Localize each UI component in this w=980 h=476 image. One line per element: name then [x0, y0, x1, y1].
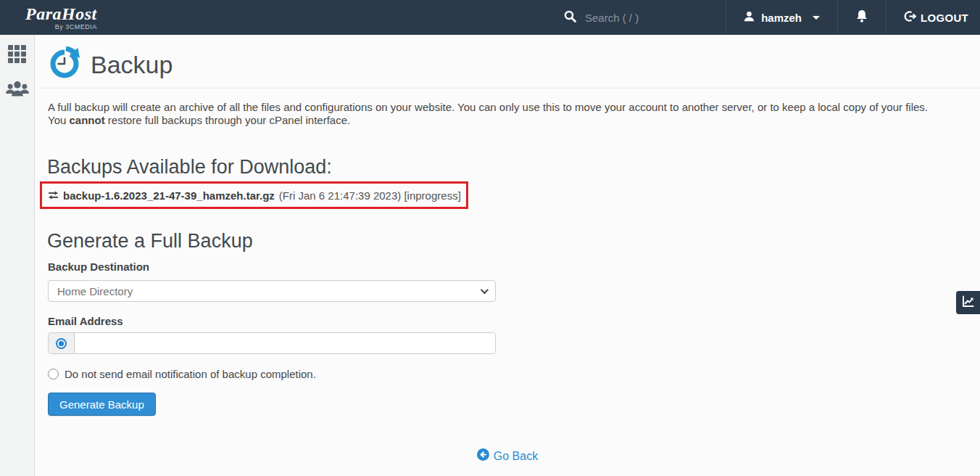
generate-backup-button[interactable]: Generate Backup	[48, 393, 156, 416]
notifications-button[interactable]	[837, 0, 886, 35]
apps-grid-icon[interactable]	[8, 45, 26, 63]
email-address-label: Email Address	[48, 315, 123, 327]
search-icon	[564, 10, 576, 25]
logout-label: LOGOUT	[921, 12, 968, 24]
description-part2: restore full backups through your cPanel…	[108, 114, 350, 126]
main-content: Backup A full backup will create an arch…	[35, 35, 980, 476]
chevron-down-icon	[813, 16, 820, 20]
email-field[interactable]	[75, 333, 495, 353]
username-label: hamzeh	[761, 12, 802, 24]
users-group-icon[interactable]	[5, 79, 30, 102]
backup-destination-value: Home Directory	[57, 285, 133, 298]
backup-download-row[interactable]: backup-1.6.2023_21-47-39_hamzeh.tar.gz (…	[40, 181, 468, 209]
user-menu[interactable]: hamzeh	[726, 0, 837, 35]
backup-filename: backup-1.6.2023_21-47-39_hamzeh.tar.gz	[63, 189, 275, 202]
arrow-circle-left-icon	[477, 448, 489, 464]
backups-available-heading: Backups Available for Download:	[47, 156, 332, 178]
top-navbar: ParaHost By 3CMEDIA Search ( / ) hamzeh	[0, 0, 980, 35]
send-email-radio[interactable]	[56, 338, 67, 349]
backup-destination-select[interactable]: Home Directory	[48, 280, 496, 302]
page-description: A full backup will create an archive of …	[48, 101, 945, 127]
user-icon	[744, 11, 755, 24]
email-input-group	[48, 332, 496, 354]
analytics-slideout-tab[interactable]	[956, 291, 980, 314]
no-email-option-label: Do not send email notification of backup…	[65, 368, 316, 380]
page-title: Backup	[91, 51, 173, 79]
brand-name: ParaHost	[25, 5, 97, 22]
left-sidebar	[0, 35, 35, 476]
description-bold: cannot	[69, 114, 104, 126]
search-placeholder: Search ( / )	[585, 12, 639, 24]
chart-line-icon	[961, 295, 975, 311]
backup-destination-label: Backup Destination	[48, 260, 149, 273]
generate-backup-heading: Generate a Full Backup	[47, 230, 253, 253]
no-email-option-row: Do not send email notification of backup…	[48, 368, 316, 380]
logout-button[interactable]: LOGOUT	[886, 0, 980, 35]
backup-meta: (Fri Jan 6 21:47:39 2023) [inprogress]	[279, 189, 461, 202]
brand-subtitle: By 3CMEDIA	[25, 23, 97, 30]
backup-restore-icon	[48, 46, 81, 83]
transfer-arrows-icon	[48, 189, 59, 202]
navbar-right: Search ( / ) hamzeh LOGOUT	[547, 0, 980, 35]
brand-logo[interactable]: ParaHost By 3CMEDIA	[25, 0, 97, 35]
logout-icon	[904, 10, 916, 25]
search-box[interactable]: Search ( / )	[547, 0, 726, 35]
email-radio-addon	[49, 333, 75, 353]
no-email-radio[interactable]	[48, 369, 59, 379]
header-divider	[40, 88, 980, 89]
footer: Go Back	[35, 448, 980, 464]
chevron-down-icon	[481, 286, 489, 294]
bell-icon	[855, 9, 868, 25]
page-header: Backup	[48, 46, 173, 83]
go-back-link[interactable]: Go Back	[477, 448, 538, 464]
go-back-label: Go Back	[494, 450, 538, 463]
